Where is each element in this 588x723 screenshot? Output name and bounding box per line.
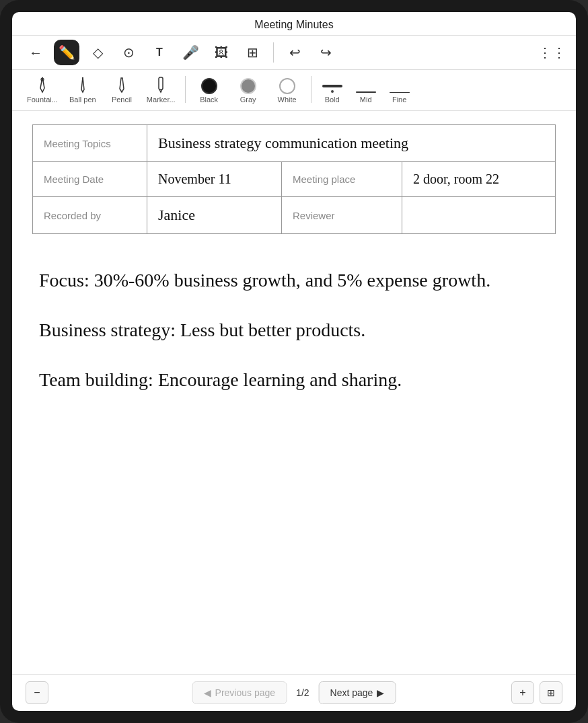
total-pages: 2 [304, 687, 309, 698]
eraser-button[interactable]: ◇ [85, 40, 110, 65]
gray-color-label: Gray [240, 96, 256, 104]
reviewer-label: Reviewer [282, 197, 402, 234]
screen: Meeting Minutes ← ✏️ ◇ ⊙ T 🎤 🖼 [12, 12, 576, 711]
redo-button[interactable]: ↪ [313, 40, 338, 65]
next-page-button[interactable]: Next page ▶ [319, 681, 396, 704]
pen-button[interactable]: ✏️ [54, 40, 79, 65]
marker-option[interactable]: Marker... [143, 73, 180, 106]
fountain-pen-label: Fountai... [27, 96, 58, 104]
meeting-topics-label: Meeting Topics [33, 125, 147, 162]
minus-icon: − [34, 687, 40, 699]
svg-rect-2 [159, 77, 163, 89]
black-color-label: Black [200, 96, 218, 104]
table-row-topics: Meeting Topics Business strategy communi… [33, 125, 556, 162]
fine-stroke-option[interactable]: Fine [384, 89, 415, 107]
grid-icon: ⊞ [547, 687, 555, 698]
image-icon: 🖼 [215, 45, 228, 61]
undo-icon: ↩ [289, 44, 301, 61]
pencil-icon [112, 75, 131, 94]
recorded-by-label: Recorded by [33, 197, 147, 234]
black-color-circle [201, 78, 217, 94]
previous-page-label: Previous page [215, 687, 276, 698]
sub-toolbar: Fountai... Ball pen Pencil Marker... [12, 70, 576, 111]
fountain-pen-icon [33, 75, 52, 94]
marker-icon [151, 75, 170, 94]
main-toolbar: ← ✏️ ◇ ⊙ T 🎤 🖼 ⊞ [12, 36, 576, 70]
zoom-in-button[interactable]: + [511, 681, 534, 704]
lasso-icon: ⊙ [123, 44, 135, 61]
image-button[interactable]: 🖼 [209, 40, 234, 65]
layout-icon: ⊞ [247, 44, 258, 61]
mid-stroke-label: Mid [360, 96, 372, 104]
gray-color-option[interactable]: Gray [230, 75, 266, 106]
ballpen-icon [73, 75, 92, 94]
zoom-out-button[interactable]: − [26, 681, 48, 704]
prev-chevron-icon: ◀ [204, 687, 211, 698]
notes-line-2: Business strategy: Less but better produ… [32, 311, 556, 350]
meeting-date-value: November 11 [147, 162, 282, 197]
bold-stroke-option[interactable]: Bold [317, 82, 348, 106]
mid-stroke-line [356, 91, 376, 93]
marker-label: Marker... [147, 96, 176, 104]
ballpen-option[interactable]: Ball pen [65, 73, 101, 106]
white-color-circle [279, 78, 295, 94]
next-page-label: Next page [330, 687, 373, 698]
back-button[interactable]: ← [23, 40, 48, 65]
title-bar: Meeting Minutes [12, 12, 576, 36]
white-color-label: White [278, 96, 297, 104]
gray-color-circle [240, 78, 256, 94]
notes-area: Focus: 30%-60% business growth, and 5% e… [32, 254, 556, 406]
pen-icon: ✏️ [59, 44, 75, 61]
recorded-by-value: Janice [147, 197, 282, 234]
device-frame: Meeting Minutes ← ✏️ ◇ ⊙ T 🎤 🖼 [0, 0, 588, 723]
bold-stroke-line [322, 85, 342, 87]
notes-line-1: Focus: 30%-60% business growth, and 5% e… [32, 261, 556, 300]
stroke-divider [311, 76, 311, 103]
plus-icon: + [519, 687, 525, 699]
meeting-place-label: Meeting place [282, 162, 402, 197]
fountain-pen-option[interactable]: Fountai... [23, 73, 62, 106]
notes-line-3: Team building: Encourage learning and sh… [32, 360, 556, 399]
color-divider [185, 76, 186, 103]
white-color-option[interactable]: White [269, 75, 305, 106]
text-icon: T [156, 46, 163, 59]
meeting-date-label: Meeting Date [33, 162, 147, 197]
mid-stroke-option[interactable]: Mid [351, 89, 381, 107]
mic-button[interactable]: 🎤 [178, 40, 203, 65]
nav-center: ◀ Previous page 1/2 Next page ▶ [192, 681, 396, 704]
grid-view-button[interactable]: ⊞ [540, 681, 562, 704]
more-button[interactable]: ⋮⋮ [540, 40, 565, 65]
undo-button[interactable]: ↩ [282, 40, 307, 65]
fine-stroke-label: Fine [392, 96, 406, 104]
bold-stroke-label: Bold [325, 96, 340, 104]
table-row-date: Meeting Date November 11 Meeting place 2… [33, 162, 556, 197]
back-icon: ← [29, 45, 42, 61]
pencil-option[interactable]: Pencil [104, 73, 140, 106]
page-indicator: 1/2 [296, 687, 309, 698]
ballpen-label: Ball pen [69, 96, 96, 104]
lasso-button[interactable]: ⊙ [116, 40, 141, 65]
table-row-recorded: Recorded by Janice Reviewer [33, 197, 556, 234]
reviewer-value [402, 197, 555, 234]
next-chevron-icon: ▶ [377, 687, 384, 698]
mic-icon: 🎤 [182, 44, 199, 61]
redo-icon: ↪ [320, 44, 332, 61]
fine-stroke-line [390, 92, 410, 93]
content-area: Meeting Topics Business strategy communi… [12, 111, 576, 674]
more-icon: ⋮⋮ [538, 44, 566, 61]
eraser-icon: ◇ [93, 44, 103, 61]
pencil-label: Pencil [112, 96, 132, 104]
meeting-table: Meeting Topics Business strategy communi… [32, 124, 556, 234]
meeting-topics-value: Business strategy communication meeting [147, 125, 556, 162]
toolbar-divider [273, 42, 274, 63]
previous-page-button[interactable]: ◀ Previous page [192, 681, 287, 704]
text-button[interactable]: T [147, 40, 172, 65]
black-color-option[interactable]: Black [191, 75, 227, 106]
layout-button[interactable]: ⊞ [240, 40, 265, 65]
meeting-place-value: 2 door, room 22 [402, 162, 555, 197]
app-title: Meeting Minutes [254, 19, 333, 30]
bottom-nav: − ◀ Previous page 1/2 Next page ▶ + [12, 674, 576, 711]
